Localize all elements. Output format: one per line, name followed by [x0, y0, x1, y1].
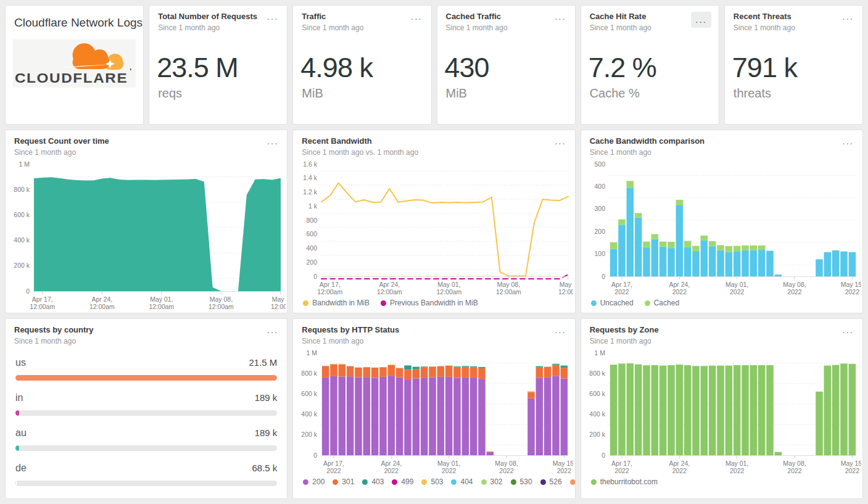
legend-item[interactable]: 526 — [540, 477, 562, 486]
legend-color-dot — [481, 479, 487, 485]
svg-text:1.2 k: 1.2 k — [304, 188, 318, 196]
stat-unit: MiB — [302, 86, 431, 101]
legend-item[interactable]: 403 — [362, 477, 384, 486]
legend-color-dot — [362, 479, 368, 485]
legend-item[interactable]: 530 — [511, 477, 532, 486]
legend-item[interactable]: 301 — [333, 477, 354, 486]
bottom-row: ... Requests by country Since 1 month ag… — [5, 318, 863, 499]
svg-text:Apr 24,2022: Apr 24,2022 — [669, 281, 690, 295]
svg-text:May 08,12:00am: May 08,12:00am — [496, 281, 521, 295]
panel-menu-icon[interactable]: ... — [552, 323, 569, 337]
svg-text:400 k: 400 k — [14, 236, 30, 244]
panel-title: Requests by HTTP Status — [302, 325, 566, 335]
svg-text:1 M: 1 M — [307, 349, 318, 357]
dashboard: Cloudflare Network Logs CLOUDFLARE ' ... — [0, 0, 868, 504]
svg-text:400 k: 400 k — [589, 410, 605, 418]
svg-text:200 k: 200 k — [302, 431, 318, 439]
legend-label: 530 — [520, 477, 532, 486]
svg-text:200 k: 200 k — [589, 431, 605, 439]
svg-text:Apr 24,12:00am: Apr 24,12:00am — [89, 295, 115, 310]
legend-color-dot — [392, 479, 397, 485]
svg-text:May 08,2022: May 08,2022 — [783, 281, 806, 295]
panel-subtitle: Since 1 month ago — [158, 23, 278, 32]
chart-panel-requests-by-zone: ... Requests by Zone Since 1 month ago 1… — [581, 318, 863, 499]
legend-item[interactable]: Uncached — [591, 299, 634, 307]
requests-by-zone-chart[interactable]: 1 M800 k600 k400 k200 k0Apr 17,2022Apr 2… — [584, 347, 861, 476]
panel-title: Recent Bandwidth — [302, 136, 566, 146]
chart-panel-http-status: ... Requests by HTTP Status Since 1 mont… — [292, 318, 575, 499]
panel-menu-icon[interactable]: ... — [840, 9, 856, 24]
legend-color-dot — [333, 479, 338, 485]
legend-color-dot — [303, 300, 308, 306]
recent-bandwidth-chart[interactable]: 1.6 k1.4 k1.2 k1 k8006004002000Apr 17,12… — [296, 158, 573, 297]
panel-menu-icon[interactable]: ... — [265, 134, 281, 149]
panel-menu-icon[interactable]: ... — [265, 323, 281, 337]
legend-color-dot — [645, 300, 650, 306]
legend-color-dot — [451, 479, 457, 485]
country-value: 68.5 k — [252, 463, 277, 473]
panel-menu-icon[interactable]: ... — [408, 9, 425, 24]
cloudflare-wordmark: CLOUDFLARE — [15, 69, 128, 85]
panel-menu-icon[interactable]: ... — [840, 323, 856, 337]
svg-text:May 15,2022: May 15,2022 — [840, 460, 861, 474]
svg-text:200: 200 — [307, 258, 318, 266]
legend-item[interactable]: 200 — [303, 477, 324, 486]
legend-item[interactable]: 503 — [421, 477, 443, 486]
legend-item[interactable]: 302 — [481, 477, 503, 486]
svg-text:0: 0 — [601, 452, 605, 459]
chart-legend: UncachedCached — [581, 297, 862, 307]
legend-color-dot — [303, 479, 308, 485]
stat-unit: reqs — [158, 86, 287, 101]
panel-menu-icon[interactable]: ... — [691, 12, 711, 28]
panel-subtitle: Since 1 month ago — [14, 337, 278, 345]
svg-text:600: 600 — [307, 231, 318, 238]
svg-text:Apr 17,12:00am: Apr 17,12:00am — [318, 281, 343, 295]
panel-menu-icon[interactable]: ... — [552, 9, 569, 24]
panel-title: Recent Threats — [734, 12, 854, 22]
svg-text:1 M: 1 M — [19, 160, 30, 168]
stat-value: 7.2 % — [589, 52, 719, 84]
stat-panel-cache-hit-rate: ... Cache Hit Rate Since 1 month ago 7.2… — [581, 5, 719, 125]
cloudflare-wordmark-tick: ' — [130, 67, 131, 75]
svg-text:600 k: 600 k — [589, 390, 605, 397]
panel-menu-icon[interactable]: ... — [840, 134, 856, 149]
country-row: de 68.5 k — [15, 463, 277, 486]
chart-legend: Bandwidth in MiBPrevious Bandwidth in Mi… — [293, 297, 574, 307]
svg-text:May 01,2022: May 01,2022 — [437, 460, 460, 474]
legend-item[interactable]: 524 — [570, 477, 576, 486]
stat-panel-total-requests: ... Total Number of Requests Since 1 mon… — [149, 5, 287, 125]
stat-panel-cached-traffic: ... Cached Traffic Since 1 month ago 430… — [437, 5, 576, 125]
country-value: 189 k — [255, 428, 278, 438]
svg-text:800: 800 — [307, 217, 318, 224]
country-bar — [15, 410, 19, 416]
panel-subtitle: Since 1 month ago vs. 1 month ago — [302, 148, 566, 157]
legend-item[interactable]: Previous Bandwidth in MiB — [381, 299, 478, 307]
legend-item[interactable]: 499 — [392, 477, 413, 486]
legend-label: 302 — [490, 477, 503, 486]
svg-text:1 M: 1 M — [594, 349, 605, 357]
svg-text:Apr 17,2022: Apr 17,2022 — [323, 460, 344, 474]
panel-title: Requests by country — [14, 325, 278, 335]
panel-title: Request Count over time — [14, 136, 278, 146]
request-count-chart[interactable]: 1 M800 k600 k400 k200 k0Apr 17,12:00amAp… — [8, 158, 286, 312]
svg-text:May 01,2022: May 01,2022 — [725, 460, 748, 474]
country-row: au 189 k — [15, 428, 277, 451]
stat-panel-recent-threats: ... Recent Threats Since 1 month ago 791… — [724, 5, 863, 125]
svg-text:Apr 24,12:00am: Apr 24,12:00am — [377, 281, 402, 295]
http-status-chart[interactable]: 1 M800 k600 k400 k200 k0Apr 17,2022Apr 2… — [296, 347, 573, 476]
panel-menu-icon[interactable]: ... — [552, 134, 569, 149]
panel-title: Traffic — [302, 12, 422, 22]
svg-text:0: 0 — [601, 273, 605, 280]
svg-text:May 01,2022: May 01,2022 — [725, 281, 748, 295]
legend-label: Previous Bandwidth in MiB — [390, 299, 478, 307]
svg-text:800 k: 800 k — [14, 186, 30, 193]
legend-item[interactable]: 404 — [451, 477, 473, 486]
svg-text:400: 400 — [307, 244, 318, 252]
cache-bandwidth-chart[interactable]: 5004003002001000Apr 17,2022Apr 24,2022Ma… — [584, 158, 861, 297]
legend-label: 200 — [312, 477, 324, 486]
panel-menu-icon[interactable]: ... — [265, 9, 281, 24]
legend-item[interactable]: Cached — [645, 299, 679, 307]
legend-item[interactable]: theburritobot.com — [591, 477, 658, 486]
legend-item[interactable]: Bandwidth in MiB — [303, 299, 370, 307]
legend-color-dot — [381, 300, 386, 306]
